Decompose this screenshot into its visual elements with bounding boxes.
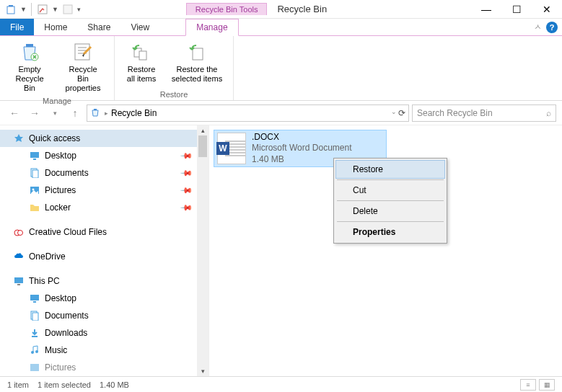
restore-all-button[interactable]: Restore all items [120,39,162,85]
tab-manage[interactable]: Manage [185,19,238,36]
tree-pc-desktop[interactable]: Desktop [0,290,208,307]
restore-all-icon [130,40,153,63]
recycle-bin-properties-button[interactable]: Recycle Bin properties [58,39,108,95]
svg-rect-16 [32,170,38,178]
svg-rect-24 [33,301,36,303]
documents-icon [29,310,40,321]
tab-home[interactable]: Home [34,19,77,35]
search-input[interactable]: Search Recycle Bin ⌕ [412,104,556,122]
qat-dropdown-2-icon[interactable]: ▼ [52,6,58,13]
svg-rect-3 [26,44,33,47]
forward-button[interactable]: → [26,104,43,122]
pictures-icon [29,184,40,196]
details-view-button[interactable]: ≡ [520,379,536,391]
tree-this-pc[interactable]: This PC [0,272,208,290]
quick-access-toolbar: ▼ ▼ ▾ [0,3,85,16]
address-bar[interactable]: ▸ Recycle Bin ⌄ ⟳ [87,104,409,122]
creative-cloud-icon [13,226,25,238]
svg-point-20 [18,231,23,236]
ctx-properties[interactable]: Properties [335,223,445,241]
collapse-ribbon-icon[interactable]: ㅅ [534,22,542,32]
scroll-down-icon[interactable]: ▾ [201,368,205,375]
tab-view[interactable]: View [120,19,159,35]
help-icon[interactable]: ? [546,22,558,33]
history-dropdown-icon[interactable]: ▾ [46,104,63,122]
window-controls: — ☐ ✕ [471,0,562,19]
ctx-cut[interactable]: Cut [335,181,445,200]
back-button[interactable]: ← [6,104,23,122]
svg-rect-0 [7,6,14,14]
search-icon: ⌕ [546,108,551,118]
refresh-icon[interactable]: ⟳ [398,108,405,118]
minimize-button[interactable]: — [471,0,501,19]
tree-onedrive[interactable]: OneDrive [0,248,208,265]
downloads-icon [29,327,40,339]
empty-recycle-bin-button[interactable]: Empty Recycle Bin [6,39,53,95]
tree-pc-downloads[interactable]: Downloads [0,324,208,342]
pictures-icon [29,362,40,373]
status-item-count: 1 item [7,380,29,389]
svg-rect-30 [30,364,39,371]
tree-pc-documents[interactable]: Documents [0,307,208,324]
contextual-tab-label: Recycle Bin Tools [186,3,268,15]
up-button[interactable]: ↑ [66,104,84,122]
maximize-button[interactable]: ☐ [501,0,532,19]
ctx-separator [337,200,444,201]
address-dropdown-icon[interactable]: ⌄ [391,108,397,118]
properties-icon [71,40,95,63]
tree-desktop[interactable]: Desktop 📌 [0,147,208,164]
qat-dropdown-icon[interactable]: ▼ [20,6,27,13]
scroll-up-icon[interactable]: ▴ [201,127,205,134]
tab-share[interactable]: Share [77,19,120,35]
svg-rect-11 [193,48,203,60]
word-document-icon: W [217,133,246,164]
tree-documents[interactable]: Documents 📌 [0,164,208,182]
tree-locker[interactable]: Locker 📌 [0,199,208,216]
qat-customize-icon[interactable]: ▾ [77,6,81,13]
ribbon-group-restore: Restore all items Restore the selected i… [115,36,234,100]
breadcrumb-location[interactable]: Recycle Bin [111,108,157,118]
tree-quick-access[interactable]: Quick access [0,130,208,147]
ctx-separator [337,221,444,222]
svg-rect-12 [94,109,97,110]
properties-qat-icon[interactable] [36,3,49,16]
recycle-bin-app-icon[interactable] [4,3,17,16]
ribbon-tabs: File Home Share View Manage ㅅ ? [0,19,562,36]
onedrive-icon [13,251,25,262]
restore-selected-button[interactable]: Restore the selected items [167,39,227,85]
ctx-restore[interactable]: Restore [335,160,445,179]
status-bar: 1 item 1 item selected 1.40 MB ≡ ▦ [0,376,562,392]
pin-icon: 📌 [179,200,193,214]
scroll-thumb[interactable] [198,135,207,157]
tree-pc-music[interactable]: Music [0,342,208,359]
svg-rect-23 [30,295,39,300]
ribbon-group-label-manage: Manage [43,95,71,105]
breadcrumb-sep-icon[interactable]: ▸ [105,110,108,117]
main-split: Quick access Desktop 📌 Documents 📌 Pictu… [0,125,562,376]
restore-selected-icon [185,40,208,63]
nav-scrollbar[interactable]: ▴ ▾ [197,125,208,376]
pin-icon: 📌 [179,166,193,179]
qat-blank-icon[interactable] [61,3,74,16]
ribbon-group-manage: Empty Recycle Bin Recycle Bin properties… [0,36,115,100]
address-bar-row: ← → ▾ ↑ ▸ Recycle Bin ⌄ ⟳ Search Recycle… [0,101,562,125]
close-button[interactable]: ✕ [532,0,562,19]
tree-creative-cloud[interactable]: Creative Cloud Files [0,223,208,241]
title-bar: ▼ ▼ ▾ Recycle Bin Tools Recycle Bin — ☐ … [0,0,562,19]
tree-pictures[interactable]: Pictures 📌 [0,182,208,199]
svg-rect-22 [17,284,20,285]
recycle-bin-location-icon [90,107,102,119]
file-name: .DOCX [252,132,352,143]
tree-pc-pictures[interactable]: Pictures [0,359,208,376]
ctx-separator [337,179,444,180]
ctx-delete[interactable]: Delete [335,202,445,220]
svg-point-18 [32,189,35,191]
desktop-icon [29,150,40,161]
svg-rect-10 [139,51,146,60]
icons-view-button[interactable]: ▦ [539,379,555,391]
qat-divider [31,3,32,16]
folder-icon [29,202,40,213]
tab-file[interactable]: File [0,19,34,35]
pin-icon: 📌 [179,183,193,197]
status-selected: 1 item selected [38,380,91,389]
